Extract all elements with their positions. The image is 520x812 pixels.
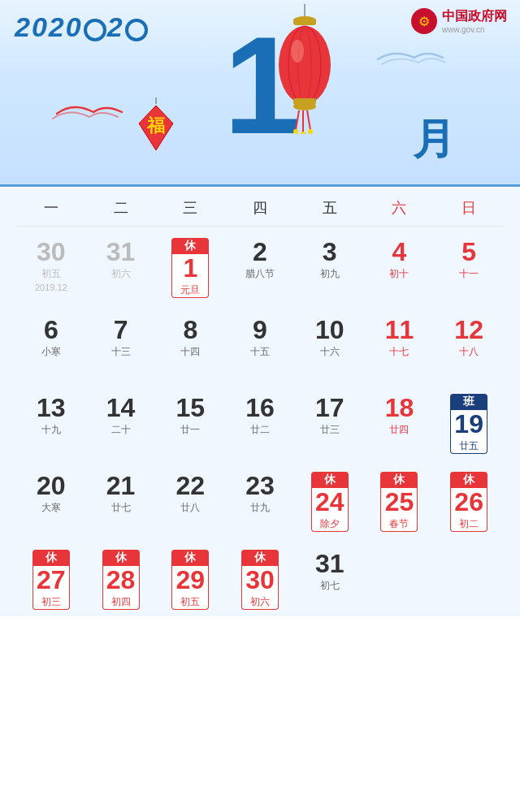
cal-cell-jan15: 15 廿一 [155,389,225,460]
svg-point-13 [301,132,306,134]
svg-point-12 [293,129,298,134]
weekday-sun: 日 [434,198,504,218]
cal-cell-jan28: 休 28 初四 [86,545,156,616]
lunar-text: 十五 [250,345,270,359]
weekday-wed: 三 [155,198,225,218]
lunar-text: 廿二 [250,423,270,437]
svg-line-9 [296,110,299,130]
cal-row-3: 13 十九 14 二十 15 廿一 16 廿二 17 廿三 [16,382,504,460]
cal-cell-jan31: 31 初七 [295,545,365,616]
day-number: 20 [37,472,66,500]
day-number: 24 [312,488,348,516]
cal-cell-jan22: 22 廿八 [155,467,225,538]
cal-cell-jan8: 8 十四 [155,311,225,382]
weekday-tue: 二 [86,198,156,218]
gov-url: www.gov.cn [442,25,507,34]
cal-cell-dec30: 30 初五 2019.12 [16,233,86,304]
day-box: 30 初六 [241,566,279,610]
cal-cell-empty2 [434,545,504,616]
gov-logo-block: ⚙ 中国政府网 www.gov.cn [411,8,507,34]
yue-character: 月 [413,111,455,168]
weekday-mon: 一 [16,198,86,218]
day-number: 6 [44,316,58,344]
cal-cell-jan21: 21 廿七 [86,467,156,538]
day-box: 25 春节 [380,488,418,532]
lunar-text: 初四 [103,595,139,609]
day-number: 29 [172,566,208,594]
year-label: 2019.12 [35,283,67,292]
holiday-badge: 休 [32,550,70,566]
lunar-text: 十九 [41,423,61,437]
cal-cell-empty1 [365,545,435,616]
cal-row-5: 休 27 初三 休 28 初四 休 29 初五 休 30 [16,538,504,616]
day-number: 1 [172,254,208,283]
lunar-text: 十七 [389,345,409,359]
cal-cell-jan14: 14 二十 [86,389,156,460]
day-number: 9 [253,316,267,344]
lunar-text: 春节 [381,517,417,531]
day-box: 28 初四 [102,566,140,610]
cal-cell-jan6: 6 小寒 [16,311,86,382]
day-number: 31 [106,238,136,266]
holiday-badge: 休 [102,550,140,566]
cal-cell-jan3: 3 初九 [295,233,365,304]
day-number: 30 [242,566,278,594]
cal-cell-jan29: 休 29 初五 [155,545,225,616]
day-number: 21 [106,472,136,500]
day-number: 8 [183,316,197,344]
cal-row-4: 20 大寒 21 廿七 22 廿八 23 廿九 休 24 [16,460,504,538]
cloud-left-decoration [49,97,130,123]
cal-cell-jan2: 2 腊八节 [225,233,295,304]
lunar-text: 除夕 [312,517,348,531]
cal-cell-dec31: 31 初六 [86,233,156,304]
day-number: 18 [385,394,414,422]
day-number: 3 [323,238,337,266]
lunar-text: 小寒 [41,345,61,359]
lunar-text: 十三 [111,345,131,359]
svg-text:福: 福 [146,115,165,136]
cal-cell-jan11: 11 十七 [365,311,435,382]
lunar-text: 十四 [180,345,200,359]
holiday-badge: 休 [171,550,209,566]
lunar-text: 初九 [320,267,340,281]
logo-zero2 [125,19,148,41]
day-box: 1 元旦 [171,254,209,298]
day-number: 15 [176,394,205,422]
gov-emblem-icon: ⚙ [411,8,437,34]
holiday-badge: 休 [171,238,209,254]
day-number: 5 [462,238,476,266]
lunar-text: 初六 [111,267,131,281]
cal-cell-jan1: 休 1 元旦 [155,233,225,304]
cal-cell-jan13: 13 十九 [16,389,86,460]
day-number: 31 [315,550,344,578]
fu-tag-decoration: 福 [134,97,179,158]
cal-cell-jan27: 休 27 初三 [16,545,86,616]
day-box: 27 初三 [32,566,70,610]
lunar-text: 初三 [33,595,69,609]
cal-cell-jan19: 班 19 廿五 [434,389,504,460]
lunar-text: 廿九 [250,501,270,515]
day-number: 16 [245,394,275,422]
lunar-text: 初二 [451,517,487,531]
svg-point-8 [293,102,316,110]
weekday-thu: 四 [225,198,295,218]
calendar-body: 一 二 三 四 五 六 日 30 初五 2019.12 31 初六 休 1 [0,187,520,616]
day-box: 19 廿五 [450,410,488,454]
cal-cell-jan30: 休 30 初六 [225,545,295,616]
cloud-right-decoration [374,45,447,71]
lunar-text: 大寒 [41,501,61,515]
cal-cell-jan18: 18 廿四 [365,389,435,460]
logo-zero1 [84,19,106,41]
day-number: 10 [315,316,344,344]
lunar-text: 廿八 [180,501,200,515]
cal-cell-jan24: 休 24 除夕 [295,467,365,538]
holiday-badge: 休 [241,550,279,566]
workday-badge: 班 [450,394,488,410]
cal-cell-jan12: 12 十八 [434,311,504,382]
year-logo: 20202 [15,11,149,43]
day-number: 12 [454,316,483,344]
lunar-text: 腊八节 [245,267,275,281]
cal-cell-jan20: 20 大寒 [16,467,86,538]
lunar-text: 初七 [320,579,340,593]
lunar-text: 十六 [320,345,340,359]
